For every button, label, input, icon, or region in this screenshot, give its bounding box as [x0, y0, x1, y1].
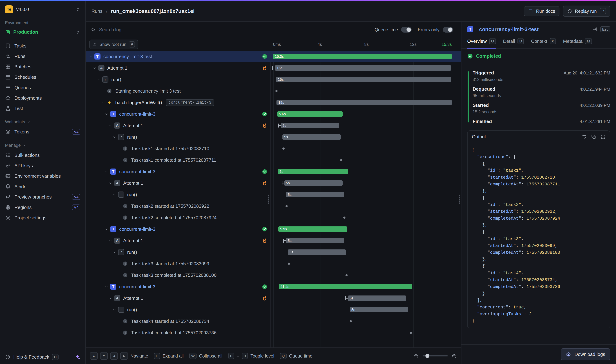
tree-row-fn[interactable]: rrun()5s	[86, 304, 461, 315]
navigate-left-button[interactable]: ◀	[110, 352, 118, 360]
zoom-in-icon-slot[interactable]	[451, 353, 457, 359]
sidebar-item-tasks[interactable]: Tasks	[0, 41, 85, 51]
span-bar[interactable]: 5.6s	[277, 111, 343, 117]
tree-row-attempt[interactable]: AAttempt 15s	[86, 235, 461, 246]
show-root-run-button[interactable]: Show root run P	[89, 39, 138, 49]
tree-row-attempt[interactable]: AAttempt 15s	[86, 292, 461, 304]
tree-row-info[interactable]: Task task1 started at 1755702082710	[86, 143, 461, 154]
sidebar-item-tokens[interactable]: TokensV4	[0, 127, 85, 137]
tree-row-task[interactable]: Tconcurrent-limit-36s	[86, 166, 461, 177]
tree-row-attempt[interactable]: AAttempt 115s	[86, 62, 461, 74]
span-bar[interactable]: 15s	[275, 65, 451, 71]
row-chevron-down[interactable]	[108, 124, 114, 128]
row-chevron-down[interactable]	[112, 250, 118, 254]
sidebar-item-bulk-actions[interactable]: Bulk actions	[0, 150, 85, 160]
copy-icon-slot[interactable]	[591, 134, 596, 139]
row-chevron-down[interactable]	[108, 239, 114, 243]
row-chevron-down[interactable]	[112, 193, 118, 196]
tree-row-task[interactable]: Tconcurrent-limit-311.4s	[86, 281, 461, 292]
sidebar-item-batches[interactable]: Batches	[0, 62, 85, 72]
expand-icon-slot[interactable]	[601, 134, 605, 139]
navigate-down-button[interactable]: ▼	[100, 352, 108, 360]
expand-all-control[interactable]: E Expand all	[154, 353, 184, 359]
tree-row-info[interactable]: Task task3 started at 1755702083099	[86, 258, 461, 269]
errors-only-toggle[interactable]	[443, 27, 453, 33]
sidebar-item-queues[interactable]: Queues	[0, 82, 85, 93]
row-chevron-down[interactable]	[93, 66, 98, 70]
breadcrumb-runs[interactable]: Runs	[92, 8, 102, 14]
inspector-resize-handle[interactable]	[459, 195, 460, 204]
tree-row-info[interactable]: Task task2 started at 1755702082922	[86, 200, 461, 212]
zoom-slider[interactable]	[422, 355, 448, 356]
queue-time-toggle[interactable]	[401, 27, 412, 33]
org-switcher[interactable]: Te v4.0.0	[0, 1, 85, 16]
queue-time-control[interactable]: Q Queue time	[280, 353, 312, 359]
chevrons-up-down-icon-slot2[interactable]	[75, 30, 80, 35]
tree-row-info[interactable]: Starting concurrency limit 3 test	[86, 85, 461, 97]
span-bar[interactable]: 5s	[281, 123, 339, 128]
row-chevron-down[interactable]	[104, 169, 110, 174]
toggle-level-control[interactable]: 0 – 9 Toggle level	[228, 353, 274, 359]
tree-row-info[interactable]: Task task1 completed at 1755702087711	[86, 154, 461, 166]
tree-row-info[interactable]: Task task4 completed at 1755702093736	[86, 327, 461, 338]
chevrons-up-down-icon-slot[interactable]	[75, 7, 80, 12]
span-bar[interactable]: 5.9s	[278, 226, 347, 232]
navigate-right-button[interactable]: ▶	[120, 352, 128, 360]
row-chevron-down[interactable]	[112, 135, 118, 139]
span-bar[interactable]: 15s	[277, 100, 452, 105]
run-docs-button[interactable]: Run docs	[524, 6, 560, 16]
panel-resize-handle[interactable]	[268, 195, 269, 204]
sidebar-item-api-keys[interactable]: API keys	[0, 160, 85, 171]
tree-row-info[interactable]: Task task4 started at 1755702088734	[86, 315, 461, 327]
row-chevron-down[interactable]	[104, 227, 110, 231]
tree-row-task[interactable]: Tconcurrent-limit-35.6s	[86, 108, 461, 120]
tree-row-task[interactable]: Tconcurrency-limit-3-test15.3s	[86, 51, 461, 62]
row-chevron-down[interactable]	[104, 112, 110, 116]
ai-sparkle-button[interactable]	[75, 354, 80, 360]
span-bar[interactable]: 5s	[286, 238, 344, 243]
span-bar[interactable]: 5s	[288, 249, 346, 255]
row-chevron-down[interactable]	[89, 54, 94, 58]
sidebar-item-schedules[interactable]: Schedules	[0, 72, 85, 82]
span-bar[interactable]: 6s	[278, 169, 348, 174]
tree-row-task[interactable]: Tconcurrent-limit-35.9s	[86, 223, 461, 235]
span-bar[interactable]: 15.3s	[273, 54, 452, 59]
tree-row-attempt[interactable]: AAttempt 15s	[86, 177, 461, 189]
help-feedback-label[interactable]: Help & Feedback	[13, 354, 49, 360]
tree-row-fn[interactable]: rrun()5s	[86, 246, 461, 258]
span-bar[interactable]: 5s	[282, 134, 341, 140]
sidebar-item-environment-variables[interactable]: Environment variables	[0, 171, 85, 181]
row-chevron-down[interactable]	[100, 101, 106, 104]
sidebar-item-alerts[interactable]: Alerts	[0, 181, 85, 192]
tab-detail[interactable]: DetailD	[503, 36, 524, 48]
sidebar-item-deployments[interactable]: Deployments	[0, 93, 85, 103]
row-chevron-down[interactable]	[108, 296, 114, 300]
tree-row-batch[interactable]: batchTriggerAndWait()concurrent-limit-31…	[86, 97, 461, 108]
sidebar-item-preview-branches[interactable]: Preview branchesV4	[0, 192, 85, 202]
tree-row-info[interactable]: Task task3 completed at 1755702088100	[86, 269, 461, 281]
download-logs-button[interactable]: Download logs	[561, 348, 610, 360]
search-log-input[interactable]	[99, 27, 371, 33]
span-bar[interactable]: 5s	[350, 307, 408, 312]
span-bar[interactable]: 11.4s	[279, 284, 412, 289]
wrap-text-icon-slot[interactable]	[582, 134, 587, 139]
tab-overview[interactable]: OverviewO	[467, 36, 496, 48]
span-bar[interactable]: 5s	[348, 296, 406, 301]
sidebar-section-manage[interactable]: Manage	[0, 137, 85, 150]
tree-row-fn[interactable]: rrun()5s	[86, 189, 461, 200]
zoom-out-icon-slot[interactable]	[414, 353, 419, 359]
navigate-up-button[interactable]: ▲	[90, 352, 98, 360]
span-bar[interactable]: 5s	[286, 192, 344, 197]
row-chevron-down[interactable]	[97, 78, 102, 81]
tree-row-attempt[interactable]: AAttempt 15s	[86, 120, 461, 131]
collapse-all-control[interactable]: W Collapse all	[189, 353, 222, 359]
span-bar[interactable]: 5s	[284, 180, 343, 186]
sidebar-item-runs[interactable]: Runs	[0, 51, 85, 62]
close-panel-icon-slot[interactable]	[592, 27, 597, 32]
row-chevron-down[interactable]	[112, 308, 118, 312]
row-chevron-down[interactable]	[104, 285, 110, 289]
environment-selector[interactable]: Production	[0, 27, 85, 37]
span-bar[interactable]: 15s	[276, 77, 451, 82]
sidebar-item-regions[interactable]: RegionsV4	[0, 202, 85, 213]
zoom-slider-knob[interactable]	[425, 354, 429, 358]
